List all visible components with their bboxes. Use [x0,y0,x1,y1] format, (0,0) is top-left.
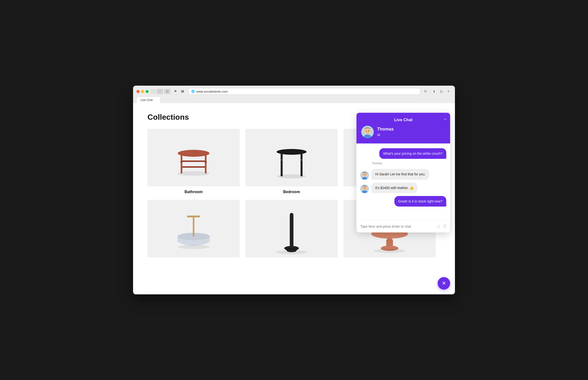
minimize-chat-button[interactable]: – [444,116,446,121]
agent-message-row-1: Hi Sarah! Let me find that for you. [360,169,446,179]
page-content: Collections [133,103,455,294]
svg-point-33 [386,240,393,241]
product-card-bedroom[interactable]: Bedroom [246,129,338,194]
product-image-bedroom [246,129,338,186]
product-card-bowl[interactable] [147,200,240,261]
pin-icon: ⚑ [174,90,177,93]
agent-avatar-small-2 [360,185,369,193]
share-button[interactable]: ⬆ [431,89,437,94]
message-user-2: Great! Is it in stock right now? [394,196,446,207]
attach-button[interactable]: ⠿ [443,224,446,229]
share-icon: ⬆ [433,90,436,93]
refresh-button[interactable]: ↻ [424,90,427,93]
close-button[interactable] [136,90,140,93]
browser-window: ‹ › ⊡ ⚑ M 🌐 www.socialintents.com ↻ [133,86,455,294]
agent-avatar-small-1 [360,171,369,180]
svg-point-43 [364,174,364,175]
pin-button[interactable]: ⚑ [172,89,178,94]
m-icon: M [181,90,184,93]
svg-rect-5 [182,160,205,162]
plus-icon: + [447,89,449,94]
product-image-bathroom [147,129,240,186]
chat-messages: What's your pricing on the white couch? … [357,143,450,220]
svg-point-29 [276,250,307,254]
svg-rect-25 [290,213,293,247]
agent-message-label: Thomas [372,162,446,165]
message-agent-1: Hi Sarah! Let me find that for you. [371,169,429,179]
traffic-lights [136,90,149,93]
agent-details: Thomas ✉ [377,127,394,137]
product-image-post [246,200,338,257]
svg-rect-23 [187,215,200,217]
svg-rect-1 [181,153,182,173]
svg-point-11 [281,159,283,161]
product-image-bowl [147,200,240,257]
svg-point-35 [386,244,393,246]
chat-widget: – Live Chat [357,113,450,232]
agent-info: Thomas ✉ [361,126,445,138]
m-button[interactable]: M [179,89,186,94]
forward-button[interactable]: › [157,89,163,94]
address-bar[interactable]: 🌐 www.socialintents.com [189,88,420,95]
svg-rect-10 [300,153,302,176]
svg-point-7 [178,171,210,176]
chat-input[interactable] [360,225,434,228]
minimize-button[interactable] [141,90,144,93]
svg-point-44 [365,174,366,175]
chat-close-button[interactable]: ✕ [438,277,450,289]
product-name-bathroom: Bathroom [185,190,203,194]
product-card-bathroom[interactable]: Bathroom [147,129,240,194]
svg-point-36 [374,249,405,253]
svg-rect-22 [193,215,195,236]
svg-point-40 [368,130,369,131]
back-button[interactable]: ‹ [151,89,157,94]
svg-point-12 [301,159,302,161]
email-icon: ✉ [377,133,394,137]
globe-icon: 🌐 [191,90,195,93]
svg-point-39 [366,130,367,131]
chat-title: Live Chat [361,117,445,122]
svg-rect-9 [281,153,282,176]
url-text: www.socialintents.com [196,90,418,93]
svg-point-47 [364,188,364,188]
product-card-post[interactable] [246,200,338,261]
product-name-bedroom: Bedroom [283,190,300,194]
browser-titlebar: ‹ › ⊡ ⚑ M 🌐 www.socialintents.com ↻ [133,86,455,103]
message-agent-2: It's $2400 with leather. 👍 [371,183,418,193]
message-user-1: What's your pricing on the white couch? [379,148,446,159]
agent-message-row-2: It's $2400 with leather. 👍 [360,183,446,193]
svg-point-0 [178,150,210,157]
sidebar-toggle-button[interactable]: ⊡ [164,89,170,94]
svg-point-34 [386,242,393,244]
new-tab-button[interactable]: + [445,89,452,94]
agent-avatar [361,126,374,138]
tab-label: Live Chat [141,98,153,102]
forward-icon: › [160,90,160,93]
chat-header: – Live Chat [357,113,450,143]
emoji-button[interactable]: ☺ [437,224,441,229]
svg-rect-2 [205,153,207,173]
maximize-button[interactable] [146,90,149,93]
active-tab[interactable]: Live Chat [136,97,160,103]
svg-point-48 [365,188,366,188]
chat-input-area: ☺ ⠿ [357,220,450,232]
close-icon: ✕ [442,280,446,286]
refresh-icon: ↻ [424,90,427,93]
agent-name: Thomas [377,127,394,132]
back-icon: ‹ [153,90,154,93]
newwin-icon: ⊡ [440,90,443,93]
sidebar-icon: ⊡ [166,90,168,93]
svg-rect-6 [182,166,205,168]
svg-point-13 [277,174,306,178]
svg-point-24 [178,245,210,249]
new-window-button[interactable]: ⊡ [438,89,444,94]
tab-bar: Live Chat [136,97,452,103]
svg-point-38 [364,128,371,134]
